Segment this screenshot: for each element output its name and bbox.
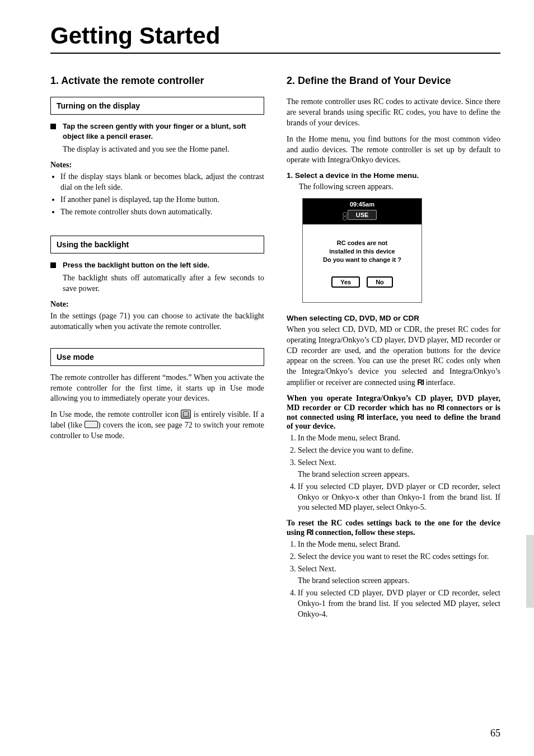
tap-instruction-block: Tap the screen gently with your finger o…	[50, 121, 264, 141]
columns: 1. Activate the remote controller Turnin…	[50, 69, 500, 626]
intro-p1: The remote controller uses RC codes to a…	[287, 97, 500, 129]
device-screenshot: 09:45am USE RC codes are not installed i…	[302, 198, 422, 303]
side-tab	[526, 535, 534, 608]
list-item: Select the device you want to reset the …	[298, 552, 500, 562]
square-bullet-icon	[50, 124, 56, 129]
box-use-mode: Use mode	[50, 348, 264, 366]
usemode-p2a: In Use mode, the remote controller icon	[50, 410, 181, 419]
section2-heading: 2. Define the Brand of Your Device	[287, 75, 500, 87]
tap-result: The display is activated and you see the…	[63, 144, 264, 155]
ri-icon: RI	[306, 528, 313, 537]
box-turning-on: Turning on the display	[50, 97, 264, 115]
no-button[interactable]: No	[367, 276, 393, 288]
define-steps: In the Mode menu, select Brand. Select t…	[287, 433, 500, 513]
title-rule	[50, 53, 500, 54]
section1-heading: 1. Activate the remote controller	[50, 75, 264, 87]
left-column: 1. Activate the remote controller Turnin…	[50, 69, 264, 626]
step3-text: Select Next.	[298, 458, 336, 467]
reset-heading: To reset the RC codes settings back to t…	[287, 519, 500, 537]
screenshot-line1: RC codes are not	[308, 239, 416, 247]
selecting-bold: When you operate Integra/Onkyo’s CD play…	[287, 394, 500, 431]
ri-icon: RI	[417, 378, 424, 387]
notes-list: If the display stays blank or becomes bl…	[50, 172, 264, 218]
screenshot-top: 09:45am USE	[303, 199, 421, 224]
screenshot-line2: installed in this device	[308, 247, 416, 256]
usemode-p1: The remote controller has different “mod…	[50, 373, 264, 405]
screenshot-mode-chip: USE	[348, 210, 377, 220]
list-item: Select Next. The brand selection screen …	[298, 564, 500, 586]
tap-instruction: Tap the screen gently with your finger o…	[63, 121, 264, 141]
page-number: 65	[490, 727, 500, 739]
page-title: Getting Started	[50, 22, 500, 49]
box-backlight: Using the backlight	[50, 236, 264, 253]
right-column: 2. Define the Brand of Your Device The r…	[287, 69, 500, 626]
reset-step3-sub: The brand selection screen appears.	[298, 576, 500, 586]
step3-sub: The brand selection screen appears.	[298, 469, 500, 480]
note-item: If another panel is displayed, tap the H…	[60, 195, 264, 205]
selecting-p1b: interface.	[424, 378, 455, 387]
list-item: Select the device you want to define.	[298, 445, 500, 456]
note-label-single: Note:	[50, 300, 264, 309]
list-item: Select Next. The brand selection screen …	[298, 458, 500, 480]
reset-heading-b: connection, follow these steps.	[313, 528, 415, 537]
list-item: In the Mode menu, select Brand.	[298, 539, 500, 550]
backlight-note: In the settings (page 71) you can choose…	[50, 311, 264, 332]
notes-label: Notes:	[50, 161, 264, 170]
backlight-instruction-block: Press the backlight button on the left s…	[50, 260, 264, 270]
reset-steps: In the Mode menu, select Brand. Select t…	[287, 539, 500, 619]
backlight-result: The backlight shuts off automatically af…	[63, 273, 264, 294]
yes-button[interactable]: Yes	[331, 276, 360, 288]
list-item: If you selected CD player, DVD player or…	[298, 482, 500, 514]
screenshot-line3: Do you want to change it ?	[308, 256, 416, 264]
selecting-p1a: When you select CD, DVD, MD or CDR, the …	[287, 325, 500, 387]
note-item: If the display stays blank or becomes bl…	[60, 172, 264, 193]
intro-p2: In the Home menu, you find buttons for t…	[287, 134, 500, 166]
label-icon	[85, 421, 98, 428]
reset-step3-text: Select Next.	[298, 565, 336, 573]
step1-result: The following screen appears.	[299, 182, 500, 192]
usemode-p2: In Use mode, the remote controller icon …	[50, 410, 264, 442]
note-item: The remote controller shuts down automat…	[60, 207, 264, 218]
screenshot-message: RC codes are not installed in this devic…	[303, 224, 421, 272]
backlight-instruction: Press the backlight button on the left s…	[63, 260, 209, 270]
ri-icon: RI	[437, 403, 444, 412]
screenshot-buttons: Yes No	[303, 272, 421, 302]
selecting-p1: When you select CD, DVD, MD or CDR, the …	[287, 325, 500, 388]
square-bullet-icon	[50, 262, 56, 268]
step1-label: 1. Select a device in the Home menu.	[287, 171, 500, 180]
screenshot-time: 09:45am	[350, 201, 374, 208]
list-item: In the Mode menu, select Brand.	[298, 433, 500, 444]
selecting-heading: When selecting CD, DVD, MD or CDR	[287, 314, 500, 322]
list-item: If you selected CD player, DVD player or…	[298, 588, 500, 620]
page: Getting Started 1. Activate the remote c…	[0, 0, 534, 756]
remote-icon	[181, 410, 191, 419]
ri-icon: RI	[357, 412, 364, 421]
